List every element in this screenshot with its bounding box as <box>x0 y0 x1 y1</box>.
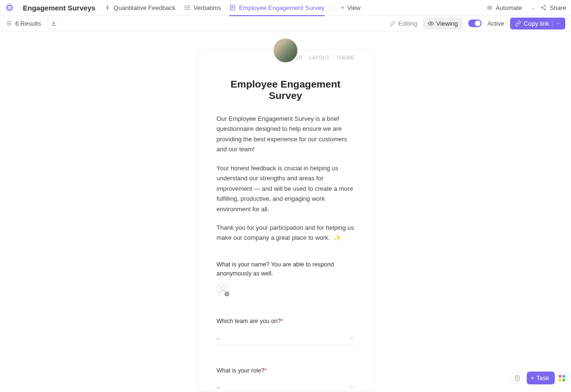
list-icon <box>184 4 191 11</box>
svg-line-19 <box>542 6 545 8</box>
app-tile <box>562 375 565 378</box>
svg-point-17 <box>541 7 542 8</box>
mode-editing-label: Editing <box>398 20 417 27</box>
list-icon <box>6 20 12 27</box>
eye-icon <box>428 20 434 27</box>
workspace-title: Engagement Surveys <box>23 4 96 12</box>
question-label: What is your role?* <box>217 366 354 375</box>
required-star: * <box>281 318 284 324</box>
role-dropdown[interactable]: – <box>217 381 354 392</box>
share-button[interactable]: Share <box>540 4 566 11</box>
copy-link-label: Copy link <box>524 20 549 27</box>
link-icon <box>515 20 521 27</box>
svg-point-5 <box>185 9 185 10</box>
apps-button[interactable] <box>559 375 565 382</box>
pencil-icon <box>390 20 396 27</box>
tab-label: Verbatims <box>194 4 221 11</box>
toolbar: 6 Results Editing Viewing Active Copy li… <box>0 16 571 31</box>
question-name: What is your name? You are able to respo… <box>217 260 354 296</box>
app-tile <box>562 379 565 382</box>
add-view-label: View <box>347 4 361 11</box>
download-icon <box>50 20 57 27</box>
plus-icon: + <box>531 374 534 382</box>
form-desc-1: Our Employee Engagement Survey is a brie… <box>217 114 354 155</box>
sparkle-icon: ✨ <box>334 234 341 241</box>
workspace-logo[interactable] <box>5 3 14 12</box>
form-avatar[interactable] <box>273 38 298 63</box>
chevron-down-icon <box>349 334 354 342</box>
copy-link-button[interactable]: Copy link <box>510 18 565 29</box>
svg-point-14 <box>490 8 491 8</box>
add-view-button[interactable]: View <box>333 4 361 11</box>
question-label-text: What is your role? <box>217 367 265 374</box>
results-count-label: 6 Results <box>15 20 41 27</box>
form-desc-2: Your honest feedback is crucial in helpi… <box>217 163 354 214</box>
dropdown-placeholder: – <box>217 384 220 391</box>
mode-viewing-label: Viewing <box>436 20 458 27</box>
notepad-button[interactable] <box>512 372 523 384</box>
workspace-logo-inner <box>7 5 12 10</box>
robot-icon <box>486 4 493 11</box>
form-canvas: HEADER LAYOUT THEME Employee Engagement … <box>0 31 571 392</box>
app-tile <box>559 375 561 378</box>
download-button[interactable] <box>48 17 60 29</box>
svg-point-4 <box>185 7 185 8</box>
mode-toggle: Editing Viewing <box>385 18 463 29</box>
svg-point-3 <box>185 6 185 6</box>
automate-caret-icon[interactable] <box>531 5 535 10</box>
active-toggle[interactable] <box>468 20 482 27</box>
form-card: HEADER LAYOUT THEME Employee Engagement … <box>197 49 374 392</box>
dropdown-placeholder: – <box>217 335 220 342</box>
app-tile <box>559 379 561 382</box>
tab-verbatims[interactable]: Verbatims <box>184 0 221 15</box>
toggle-knob <box>475 20 481 26</box>
form-title: Employee Engagement Survey <box>217 78 354 101</box>
share-label: Share <box>550 4 566 11</box>
svg-point-16 <box>545 5 546 6</box>
tab-label: Quantitative Feedback <box>114 4 176 11</box>
share-icon <box>540 4 547 11</box>
trim-layout[interactable]: LAYOUT <box>309 55 329 60</box>
new-task-button[interactable]: + Task <box>527 372 555 384</box>
top-bar-right: Automate Share <box>482 2 566 13</box>
question-label-text: Which team are you on? <box>217 318 281 324</box>
automate-label: Automate <box>496 4 522 11</box>
question-label: What is your name? You are able to respo… <box>217 260 354 278</box>
copy-link-caret-icon[interactable] <box>552 20 561 26</box>
required-star: * <box>265 367 267 374</box>
notepad-icon <box>514 375 521 382</box>
results-button[interactable]: 6 Results <box>6 20 41 27</box>
trim-theme[interactable]: THEME <box>336 55 355 60</box>
mode-viewing[interactable]: Viewing <box>423 18 463 29</box>
question-team: Which team are you on?* – <box>217 317 354 345</box>
form-icon <box>229 4 236 11</box>
svg-point-13 <box>488 8 489 8</box>
plus-icon: + <box>225 292 229 296</box>
tab-label: Employee Engagement Survey <box>239 4 324 11</box>
tab-employee-engagement-survey[interactable]: Employee Engagement Survey <box>229 0 324 16</box>
chevron-down-icon <box>349 384 354 392</box>
top-bar-left: Engagement Surveys Quantitative Feedback… <box>5 0 361 15</box>
mode-editing[interactable]: Editing <box>385 18 422 29</box>
toolbar-right: Editing Viewing Active Copy link <box>385 18 565 29</box>
tab-quantitative-feedback[interactable]: Quantitative Feedback <box>104 0 176 15</box>
top-bar: Engagement Surveys Quantitative Feedback… <box>0 0 571 16</box>
form-desc-3: Thank you for your participation and for… <box>217 223 354 243</box>
fab-row: + Task <box>512 372 565 384</box>
pin-icon <box>104 4 111 11</box>
svg-point-18 <box>545 9 546 10</box>
active-label: Active <box>487 20 504 27</box>
svg-line-20 <box>542 8 545 10</box>
team-dropdown[interactable]: – <box>217 332 354 345</box>
task-label: Task <box>536 374 549 382</box>
automate-button[interactable]: Automate <box>482 2 526 13</box>
question-role: What is your role?* – <box>217 366 354 392</box>
svg-point-24 <box>430 22 432 24</box>
question-label: Which team are you on?* <box>217 317 354 326</box>
toolbar-left: 6 Results <box>6 17 60 29</box>
add-person-button[interactable]: + <box>217 284 229 296</box>
